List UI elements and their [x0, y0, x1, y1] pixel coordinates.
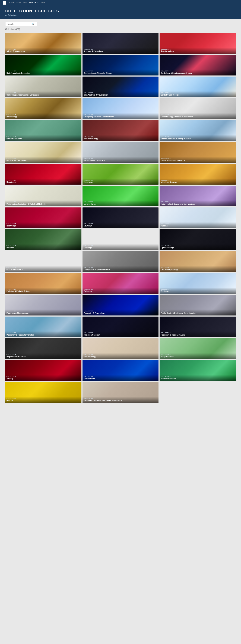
card-label-data: COLLECTION Data Analysis & Visualization — [82, 91, 159, 97]
collection-card-bioinformatics[interactable]: COLLECTION Bioinformatics & Genomics — [5, 55, 82, 76]
collection-card-tropical[interactable]: COLLECTION Tropical Medicine — [160, 360, 236, 381]
collection-card-hepatology[interactable]: COLLECTION Hepatology — [82, 164, 159, 184]
card-title-telemedicine: Telemedicine — [84, 378, 158, 380]
collection-card-neurology[interactable]: COLLECTION Neurology — [82, 208, 159, 228]
card-tag-endocrinology: COLLECTION — [161, 114, 234, 115]
collection-card-orthopedics[interactable]: COLLECTION Orthopedics & Sports Medicine — [82, 251, 159, 272]
collection-card-nanomedicine[interactable]: COLLECTION Nanamedicine — [82, 186, 159, 206]
collection-card-optics[interactable]: COLLECTION Optics & Photonics — [5, 251, 82, 272]
collection-card-writing[interactable]: COLLECTION Writing for the Sciences & He… — [82, 382, 159, 403]
card-title-mathematics: Mathematics, Probability & Statistical M… — [6, 203, 80, 205]
card-tag-telemedicine: COLLECTION — [84, 376, 158, 377]
collection-card-gastroenterology[interactable]: COLLECTION Gastroenterology — [82, 120, 159, 141]
card-title-endocrinology: Endocrinology, Diabetes & Metabolism — [161, 116, 234, 118]
nav-loma[interactable]: LOMA — [41, 2, 45, 4]
collection-card-palliative[interactable]: COLLECTION Palliative & End-of-Life Care — [5, 273, 82, 294]
card-tag-computing: COLLECTION — [6, 92, 80, 94]
card-label-public-health: COLLECTION Public Health & Healthcare Ad… — [160, 309, 236, 316]
nav-doc[interactable]: DOC — [23, 2, 26, 4]
collection-card-public-health[interactable]: COLLECTION Public Health & Healthcare Ad… — [160, 295, 236, 316]
card-label-palliative: COLLECTION Palliative & End-of-Life Care — [5, 288, 82, 294]
page-title: COLLECTION HIGHLIGHTS — [5, 9, 236, 13]
collection-card-nursing[interactable]: COLLECTION Nursing — [160, 208, 236, 228]
card-label-allergy: COLLECTION Allergy & Immunology — [5, 48, 82, 54]
site-logo[interactable] — [3, 1, 6, 4]
card-label-health-informatics: COLLECTION Health & Medical Informatics — [160, 156, 236, 163]
card-title-biochemistry: Biochemistry & Molecular Biology — [84, 72, 158, 74]
card-title-palliative: Palliative & End-of-Life Care — [6, 290, 80, 292]
card-label-oncology: COLLECTION Oncology — [82, 244, 159, 250]
card-tag-biochemistry: COLLECTION — [84, 70, 158, 72]
collection-card-surgery[interactable]: COLLECTION Surgery — [5, 360, 82, 381]
card-tag-allergy: COLLECTION — [6, 48, 80, 50]
card-title-naturopathic: Naturopathic & Complementary Medicine — [161, 203, 234, 205]
collection-card-anatomy[interactable]: COLLECTION Anatomy & Physiology — [82, 33, 159, 54]
card-tag-nutrition: COLLECTION — [6, 245, 80, 246]
card-title-ethics: Ethics Philosophy — [6, 138, 80, 140]
collection-card-regenerative[interactable]: COLLECTION Regenerative Medicine — [5, 338, 82, 359]
collection-card-health-informatics[interactable]: COLLECTION Health & Medical Informatics — [160, 142, 236, 163]
card-title-geriatrics: Geriatrics & Gerontology — [6, 159, 80, 162]
collection-card-oncology[interactable]: COLLECTION Oncology — [82, 229, 159, 250]
search-input[interactable] — [7, 23, 32, 25]
nav-journals[interactable]: Journals — [8, 2, 14, 4]
card-label-infectious: COLLECTION Infectious Diseases — [160, 178, 236, 184]
card-label-nanomedicine: COLLECTION Nanamedicine — [82, 200, 159, 206]
collection-card-pharmacy[interactable]: COLLECTION Pharmacy & Pharmacology — [5, 295, 82, 316]
collections-grid: COLLECTION Allergy & Immunology COLLECTI… — [5, 33, 236, 403]
collection-card-nephrology[interactable]: COLLECTION Nephrology — [5, 208, 82, 228]
collection-card-ophthalmology[interactable]: COLLECTION Ophthalmology — [160, 229, 236, 250]
collection-card-anesthesiology[interactable]: COLLECTION Anesthesiology — [160, 33, 236, 54]
collection-card-general[interactable]: COLLECTION General Medicine & Family Pra… — [160, 120, 236, 141]
search-icon: 🔍 — [32, 23, 34, 25]
collection-card-biochemistry[interactable]: COLLECTION Biochemistry & Molecular Biol… — [82, 55, 159, 76]
collection-card-urology[interactable]: COLLECTION Urology — [5, 382, 82, 403]
collection-card-telemedicine[interactable]: COLLECTION Telemedicine — [82, 360, 159, 381]
card-label-pathology: COLLECTION Pathology — [82, 288, 159, 294]
card-title-writing: Writing for the Sciences & Health Profes… — [84, 399, 158, 402]
collection-card-computing[interactable]: COLLECTION Computing & Programming Langu… — [5, 76, 82, 97]
card-title-hematology: Hematology — [6, 181, 80, 183]
collection-card-naturopathic[interactable]: COLLECTION Naturopathic & Complementary … — [160, 186, 236, 206]
collection-card-psychiatry[interactable]: COLLECTION Psychiatry & Psychology — [82, 295, 159, 316]
card-tag-neurology: COLLECTION — [84, 223, 158, 224]
collection-card-endocrinology[interactable]: COLLECTION Endocrinology, Diabetes & Met… — [160, 98, 236, 119]
card-tag-psychiatry: COLLECTION — [84, 310, 158, 312]
collection-card-sleep[interactable]: COLLECTION Sleep Medicine — [160, 338, 236, 359]
collection-card-allergy[interactable]: COLLECTION Allergy & Immunology — [5, 33, 82, 54]
collection-card-pediatrics[interactable]: COLLECTION Pediatrics — [160, 273, 236, 294]
collection-card-nutrition[interactable]: COLLECTION Nutrition — [5, 229, 82, 250]
card-label-cardiology: COLLECTION Cardiology & Cardiovascular S… — [160, 69, 236, 76]
collection-card-radiation[interactable]: COLLECTION Radiation Oncology — [82, 316, 159, 337]
collection-card-dentistry[interactable]: COLLECTION Dentistry Oral Medicine — [160, 76, 236, 97]
collection-card-dermatology[interactable]: COLLECTION Dermatology — [5, 98, 82, 119]
card-label-regenerative: COLLECTION Regenerative Medicine — [5, 353, 82, 359]
card-tag-radiation: COLLECTION — [84, 332, 158, 334]
card-label-tropical: COLLECTION Tropical Medicine — [160, 375, 236, 381]
collection-card-pulmonary[interactable]: COLLECTION Pulmonary & Respiratory Syste… — [5, 316, 82, 337]
collection-card-geriatrics[interactable]: COLLECTION Geriatrics & Gerontology — [5, 142, 82, 163]
collection-card-otorhinolaryngology[interactable]: COLLECTION Otorhinolaryngology — [160, 251, 236, 272]
collection-card-pathology[interactable]: COLLECTION Pathology — [82, 273, 159, 294]
collection-card-rheumatology[interactable]: COLLECTION Rheumatology — [82, 338, 159, 359]
collection-card-gynecology[interactable]: COLLECTION Gynecology & Obstetrics — [82, 142, 159, 163]
collection-card-cardiology[interactable]: COLLECTION Cardiology & Cardiovascular S… — [160, 55, 236, 76]
collection-card-emergency[interactable]: COLLECTION Emergency & Critical Care Med… — [82, 98, 159, 119]
collection-card-infectious[interactable]: COLLECTION Infectious Diseases — [160, 164, 236, 184]
card-tag-rheumatology: COLLECTION — [84, 354, 158, 355]
card-title-hepatology: Hepatology — [84, 181, 158, 183]
nav-highlights[interactable]: HIGHLIGHTS — [29, 2, 38, 4]
card-title-dentistry: Dentistry Oral Medicine — [161, 94, 234, 96]
card-title-general: General Medicine & Family Practice — [161, 138, 234, 140]
card-tag-dentistry: COLLECTION — [161, 92, 234, 94]
collection-card-ethics[interactable]: COLLECTION Ethics Philosophy — [5, 120, 82, 141]
nav-books[interactable]: Books — [16, 2, 21, 4]
collection-card-data[interactable]: COLLECTION Data Analysis & Visualization — [82, 76, 159, 97]
card-label-hepatology: COLLECTION Hepatology — [82, 178, 159, 184]
collection-card-mathematics[interactable]: COLLECTION Mathematics, Probability & St… — [5, 186, 82, 206]
collection-card-hematology[interactable]: COLLECTION Hematology — [5, 164, 82, 184]
card-title-surgery: Surgery — [6, 378, 80, 380]
card-label-gastroenterology: COLLECTION Gastroenterology — [82, 135, 159, 141]
card-tag-pharmacy: COLLECTION — [6, 310, 80, 312]
collection-card-radiology[interactable]: COLLECTION Radiology & Medical Imaging — [160, 316, 236, 337]
